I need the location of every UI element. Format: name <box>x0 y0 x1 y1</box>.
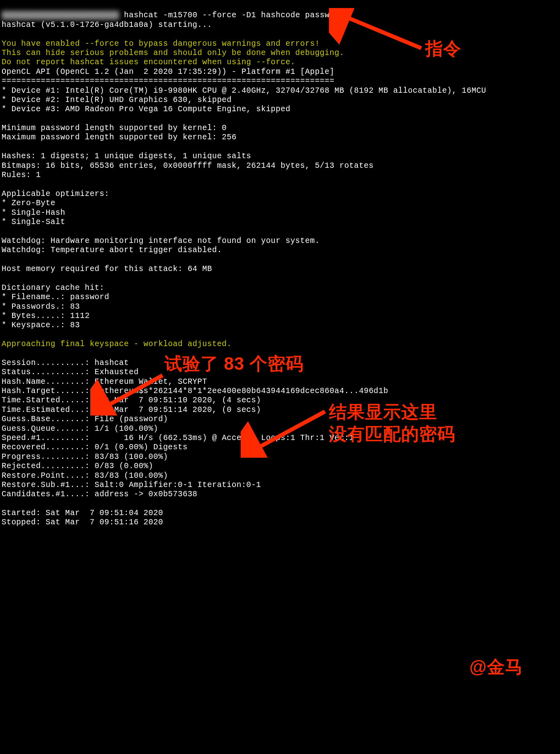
approaching-keyspace: Approaching final keyspace - workload ad… <box>2 340 232 348</box>
optimizer-3: * Single-Salt <box>2 218 65 226</box>
host-memory: Host memory required for this attack: 64… <box>2 265 212 273</box>
dict-bytes: * Bytes.....: 1112 <box>2 312 90 320</box>
max-password-len: Maximum password length supported by ker… <box>2 133 237 142</box>
min-password-len: Minimum password length supported by ker… <box>2 124 227 132</box>
warn-line-2: This can hide serious problems and shoul… <box>2 49 344 57</box>
opencl-api-line: OpenCL API (OpenCL 1.2 (Jan 2 2020 17:35… <box>2 67 335 76</box>
status-session: Session..........: hashcat <box>2 359 129 367</box>
status-guessbase: Guess.Base.......: File (password) <box>2 415 168 424</box>
bitmaps-line: Bitmaps: 16 bits, 65536 entries, 0x0000f… <box>2 161 373 170</box>
warn-line-1: You have enabled --force to bypass dange… <box>2 39 320 48</box>
device-2: * Device #2: Intel(R) UHD Graphics 630, … <box>2 96 232 104</box>
dict-keyspace: * Keyspace..: 83 <box>2 321 80 330</box>
dict-filename: * Filename..: password <box>2 293 109 302</box>
terminal-output: ████████████████████████ hashcat -m15700… <box>0 0 560 529</box>
optimizers-header: Applicable optimizers: <box>2 190 109 198</box>
status-speed: Speed.#1.........: 16 H/s (662.53ms) @ A… <box>2 434 354 442</box>
status-timestart: Time.Started.....: Sat Mar 7 09:51:10 20… <box>2 396 261 405</box>
hashes-line: Hashes: 1 digests; 1 unique digests, 1 u… <box>2 152 251 161</box>
dict-passwords: * Passwords.: 83 <box>2 302 80 311</box>
status-recovered: Recovered........: 0/1 (0.00%) Digests <box>2 443 188 452</box>
optimizer-1: * Zero-Byte <box>2 199 55 208</box>
status-rejected: Rejected.........: 0/83 (0.00%) <box>2 462 153 471</box>
status-restoresub: Restore.Sub.#1...: Salt:0 Amplifier:0-1 … <box>2 481 261 489</box>
status-guessqueue: Guess.Queue......: 1/1 (100.00%) <box>2 424 158 433</box>
start-line: hashcat (v5.1.0-1726-ga4db1a0a) starting… <box>2 20 212 29</box>
annotation-signature: @金马 <box>469 656 523 678</box>
divider-line: ========================================… <box>2 77 335 86</box>
watchdog-2: Watchdog: Temperature abort trigger disa… <box>2 246 222 255</box>
status-status: Status...........: Exhausted <box>2 368 139 377</box>
command-line: hashcat -m15700 --force -D1 hashcode pas… <box>119 11 344 20</box>
prompt-redacted: ████████████████████████ <box>2 11 119 20</box>
status-hashtarget: Hash.Target......: $ethereum$s*262144*8*… <box>2 387 388 395</box>
status-candidates: Candidates.#1....: address -> 0x0b573638 <box>2 490 197 499</box>
watchdog-1: Watchdog: Hardware monitoring interface … <box>2 236 320 245</box>
warn-line-3: Do not report hashcat issues encountered… <box>2 58 295 67</box>
status-progress: Progress.........: 83/83 (100.00%) <box>2 452 168 461</box>
status-timeest: Time.Estimated...: Sat Mar 7 09:51:14 20… <box>2 406 261 414</box>
rules-line: Rules: 1 <box>2 171 41 179</box>
stopped-line: Stopped: Sat Mar 7 09:51:16 2020 <box>2 518 163 527</box>
device-3: * Device #3: AMD Radeon Pro Vega 16 Comp… <box>2 105 290 114</box>
dict-header: Dictionary cache hit: <box>2 283 104 292</box>
status-restorepoint: Restore.Point....: 83/83 (100.00%) <box>2 471 168 480</box>
started-line: Started: Sat Mar 7 09:51:04 2020 <box>2 509 163 518</box>
status-hashname: Hash.Name........: Ethereum Wallet, SCRY… <box>2 377 207 386</box>
device-1: * Device #1: Intel(R) Core(TM) i9-9980HK… <box>2 86 486 95</box>
optimizer-2: * Single-Hash <box>2 208 65 217</box>
